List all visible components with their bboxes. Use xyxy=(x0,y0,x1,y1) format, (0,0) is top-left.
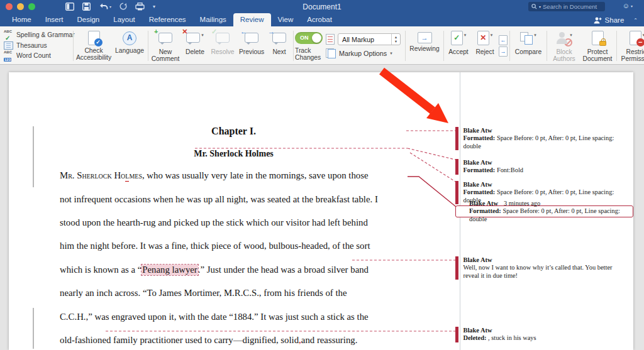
block-authors-button: ▾ Block Authors xyxy=(548,28,580,64)
document-title: Document1 xyxy=(303,3,341,11)
search-input[interactable]: ▾ Search in Document xyxy=(528,2,605,11)
body-text[interactable]: Mr. Sherlock Holmes, who was usually ver… xyxy=(60,164,412,350)
compare-icon xyxy=(520,32,533,45)
new-comment-icon: + xyxy=(158,33,172,43)
revision-comment-selected[interactable]: Blake Atw3 minutes agoFormatted: Space B… xyxy=(455,205,633,217)
quick-access-toolbar: ▾ ▾ xyxy=(65,3,155,11)
markup-view-icon xyxy=(326,34,335,45)
sidebar-icon[interactable] xyxy=(65,3,74,11)
protect-document-button[interactable]: Protect Document xyxy=(580,28,615,64)
tab-home[interactable]: Home xyxy=(5,13,38,26)
search-icon xyxy=(531,4,537,9)
spelling-grammar-button[interactable]: Spelling & Grammar xyxy=(4,31,69,39)
markup-select[interactable]: All Markup ▲▼ xyxy=(338,33,401,45)
revision-comment[interactable]: Blake AtwDeleted: , stuck in his ways xyxy=(455,327,630,342)
search-placeholder: Search in Document xyxy=(543,3,597,10)
body-line-2[interactable]: not infrequent occasions when he was up … xyxy=(60,187,412,211)
share-person-icon xyxy=(593,17,602,24)
word-count-icon xyxy=(4,52,13,60)
track-changes-button[interactable]: ON Track Changes xyxy=(295,28,323,64)
check-accessibility-button[interactable]: ✓ Check Accessibility xyxy=(75,28,113,64)
thesaurus-icon xyxy=(4,41,13,50)
save-icon[interactable] xyxy=(82,3,91,11)
protect-document-icon xyxy=(592,31,604,45)
track-changes-toggle[interactable]: ON xyxy=(295,32,323,44)
chapter-heading[interactable]: Chapter I. xyxy=(60,126,408,137)
check-accessibility-icon: ✓ xyxy=(88,31,100,45)
customize-toolbar-icon[interactable]: ▾ xyxy=(153,4,155,9)
comment-timestamp: 3 minutes ago xyxy=(504,200,540,207)
user-comment[interactable]: Blake AtwWell, now I want to know why it… xyxy=(455,256,630,280)
undo-icon[interactable]: ▾ xyxy=(99,3,111,10)
revision-bar xyxy=(455,159,458,175)
compare-button[interactable]: ▾ Compare xyxy=(511,28,545,64)
body-line-1[interactable]: Mr. Sherlock Holmes, who was usually ver… xyxy=(60,164,412,187)
language-button[interactable]: A Language xyxy=(113,28,147,64)
previous-change-icon[interactable]: ← xyxy=(499,35,508,45)
tab-insert[interactable]: Insert xyxy=(38,13,70,26)
feedback-smiley-icon[interactable]: ☺▾ xyxy=(623,2,633,9)
revision-comment[interactable]: Blake AtwFormatted: Space Before: 0 pt, … xyxy=(455,127,630,150)
proofing-group: Spelling & Grammar Thesaurus Word Count xyxy=(3,28,72,64)
share-button[interactable]: Share xyxy=(605,16,625,24)
body-line-5[interactable]: which is known as a “Penang lawyer.” Jus… xyxy=(60,258,412,282)
tab-review[interactable]: Review xyxy=(233,13,271,26)
reviewing-pane-button[interactable]: → Reviewing xyxy=(407,28,442,64)
resolve-comment-icon: ✓ xyxy=(216,33,230,43)
revision-bar xyxy=(455,181,458,204)
tab-acrobat[interactable]: Acrobat xyxy=(300,13,339,26)
markup-group: All Markup ▲▼ Markup Options▾ xyxy=(323,28,404,64)
revision-bar xyxy=(455,127,458,150)
print-icon[interactable] xyxy=(135,3,145,11)
resolve-comment-button: ✓ Resolve xyxy=(209,28,236,64)
section-heading[interactable]: Mr. Sherlock Holmes xyxy=(60,149,408,159)
revision-comment[interactable]: Blake AtwFormatted: Font:Bold xyxy=(455,159,630,175)
next-change-icon[interactable]: → xyxy=(499,46,508,57)
minimize-window-button[interactable] xyxy=(17,3,24,10)
body-line-4[interactable]: him the night before. It was a fine, thi… xyxy=(60,234,412,258)
title-bar: ▾ ▾ Document1 ▾ Search in Document ☺▾ Ho… xyxy=(0,0,644,26)
accept-change-button[interactable]: ✓▾ Accept xyxy=(445,28,472,64)
document-canvas: Chapter I. Mr. Sherlock Holmes Mr. Sherl… xyxy=(0,65,644,350)
new-comment-button[interactable]: + New Comment xyxy=(150,28,181,64)
revision-bar xyxy=(455,327,458,342)
reject-change-icon: ✕ xyxy=(477,31,489,45)
revision-bar xyxy=(455,256,458,280)
body-line-7[interactable]: C.C.H.,” was engraved upon it, with the … xyxy=(60,305,412,328)
body-line-6[interactable]: nearly an inch across. “To James Mortime… xyxy=(60,282,412,305)
ribbon-tabs: Home Insert Design Layout References Mai… xyxy=(0,13,644,26)
next-comment-icon: → xyxy=(272,33,286,43)
review-ribbon: Spelling & Grammar Thesaurus Word Count … xyxy=(0,26,644,65)
tab-view[interactable]: View xyxy=(271,13,301,26)
delete-comment-button[interactable]: ✕▾ Delete xyxy=(181,28,209,64)
window-controls[interactable] xyxy=(6,3,35,10)
redo-icon[interactable] xyxy=(119,3,127,10)
previous-comment-icon: ← xyxy=(245,33,258,43)
next-comment-button[interactable]: → Next xyxy=(267,28,292,64)
delete-comment-icon: ✕ xyxy=(186,33,200,43)
comment-anchor-highlight[interactable]: Penang lawyer xyxy=(142,265,198,275)
body-line-8[interactable]: old-fashioned family practitioner used t… xyxy=(60,329,412,350)
previous-comment-button[interactable]: ← Previous xyxy=(236,28,267,64)
change-navigation-group: ← → xyxy=(498,28,508,64)
zoom-window-button[interactable] xyxy=(28,3,35,10)
word-count-button[interactable]: Word Count xyxy=(4,52,69,60)
tab-design[interactable]: Design xyxy=(70,13,106,26)
spelling-icon xyxy=(4,31,13,39)
markup-options-icon xyxy=(326,48,336,58)
reject-change-button[interactable]: ✕▾ Reject xyxy=(472,28,498,64)
markup-options-button[interactable]: Markup Options▾ xyxy=(326,48,401,58)
tab-references[interactable]: References xyxy=(142,13,193,26)
collapse-ribbon-icon[interactable]: ⌃ xyxy=(633,18,638,23)
block-authors-icon xyxy=(556,32,569,45)
accept-change-icon: ✓ xyxy=(451,31,463,45)
tab-mailings[interactable]: Mailings xyxy=(193,13,233,26)
thesaurus-button[interactable]: Thesaurus xyxy=(4,41,69,50)
reviewing-pane-icon: → xyxy=(418,32,432,43)
body-line-3[interactable]: stood upon the hearth-rug and picked up … xyxy=(60,211,412,234)
restrict-permission-button[interactable]: −▾ Restrict Permission xyxy=(618,28,644,64)
markup-select-stepper[interactable]: ▲▼ xyxy=(391,34,400,45)
close-window-button[interactable] xyxy=(6,3,13,10)
restrict-permission-icon: − xyxy=(630,31,641,45)
tab-layout[interactable]: Layout xyxy=(106,13,142,26)
